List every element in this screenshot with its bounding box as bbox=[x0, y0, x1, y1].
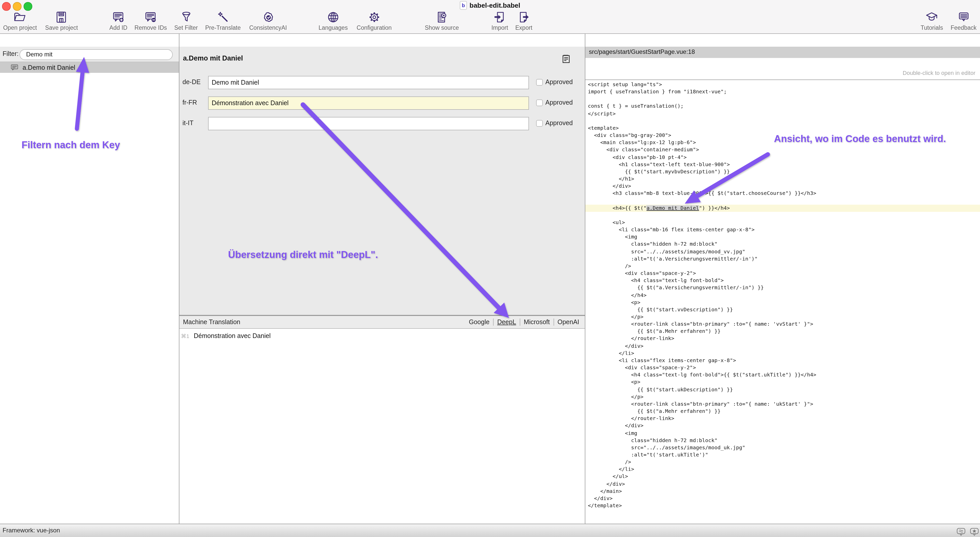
code-line: <li class="mb-16 flex items-center gap-x… bbox=[585, 226, 980, 233]
import-arrow-icon bbox=[493, 10, 507, 24]
provider-tab-deepl[interactable]: DeepL bbox=[497, 316, 516, 328]
toolbar-label: Open project bbox=[3, 25, 37, 31]
entry-title: a.Demo mit Daniel bbox=[183, 54, 243, 62]
mt-suggestion-row[interactable]: ⌘1 Démonstration avec Daniel bbox=[180, 331, 585, 341]
code-line: </main> bbox=[585, 488, 980, 495]
code-line: </template> bbox=[585, 502, 980, 509]
toolbar-label: Pre-Translate bbox=[205, 25, 241, 31]
code-line: {{ $t("start.myvbvDescription") }} bbox=[585, 168, 980, 175]
close-window-button[interactable] bbox=[2, 2, 11, 11]
add-id-button[interactable]: Add ID bbox=[110, 10, 127, 31]
code-line: <router-link class="btn-primary" :to="{ … bbox=[585, 320, 980, 328]
code-line: <p> bbox=[585, 299, 980, 306]
tutorials-button[interactable]: Tutorials bbox=[921, 10, 943, 31]
annotation-deepl-note: Übersetzung direkt mit "DeepL". bbox=[228, 249, 378, 261]
open-in-editor-hint: Double-click to open in editor bbox=[903, 70, 975, 76]
code-line: class="hidden h-72 md:block" bbox=[585, 437, 980, 444]
approved-checkbox-it[interactable] bbox=[536, 120, 543, 127]
toolbar-label: Remove IDs bbox=[135, 25, 167, 31]
provider-tab-microsoft[interactable]: Microsoft bbox=[524, 316, 550, 328]
bubble-plus-icon bbox=[111, 10, 125, 24]
show-source-button[interactable]: Show source bbox=[425, 10, 459, 31]
code-line: <h4 class="text-lg font-bold">{{ $t("sta… bbox=[585, 371, 980, 379]
consistency-ai-button[interactable]: ConsistencyAI bbox=[249, 10, 287, 31]
code-line: </li> bbox=[585, 466, 980, 473]
approved-checkbox-fr[interactable] bbox=[536, 99, 543, 106]
sync-status-bubble-icon[interactable] bbox=[956, 528, 966, 537]
code-line: </router-link> bbox=[585, 415, 980, 422]
code-line: <img bbox=[585, 234, 980, 241]
code-line: const { t } = useTranslation(); bbox=[585, 103, 980, 110]
toolbar-label: Export bbox=[515, 25, 533, 31]
mt-suggestion-text: Démonstration avec Daniel bbox=[194, 331, 270, 341]
open-project-button[interactable]: Open project bbox=[3, 10, 37, 31]
remove-ids-button[interactable]: Remove IDs bbox=[135, 10, 167, 31]
code-line: <h4>{{ $t("a.Demo mit Daniel") }}</h4> bbox=[585, 204, 980, 212]
graduation-cap-icon bbox=[925, 10, 939, 24]
languages-button[interactable]: Languages bbox=[318, 10, 348, 31]
translation-input-fr[interactable] bbox=[208, 96, 529, 110]
comment-note-icon[interactable] bbox=[562, 54, 571, 66]
translation-id-list-item[interactable]: a.Demo mit Daniel bbox=[0, 62, 179, 73]
status-bar: Framework: vue-json bbox=[0, 524, 980, 537]
code-line bbox=[585, 118, 980, 124]
approved-checkbox-de[interactable] bbox=[536, 79, 543, 86]
code-line: <p> bbox=[585, 379, 980, 386]
annotation-filter-note: Filtern nach dem Key bbox=[22, 140, 120, 151]
code-line: :alt="t('a.Versicherungsvermittler/-in')… bbox=[585, 255, 980, 263]
code-line: <h3 class="mb-8 text-blue-900">{{ $t("st… bbox=[585, 190, 980, 197]
code-line: {{ $t("a.Versicherungsvermittler/-in") }… bbox=[585, 284, 980, 292]
window-title: babel-edit.babel bbox=[469, 2, 520, 9]
provider-tab-openai[interactable]: OpenAI bbox=[557, 316, 579, 328]
toolbar-label: Show source bbox=[425, 25, 459, 31]
code-line: </div> bbox=[585, 422, 980, 430]
funnel-icon bbox=[179, 10, 193, 24]
toolbar-label: Tutorials bbox=[921, 25, 943, 31]
code-line: </div> bbox=[585, 343, 980, 349]
feedback-button[interactable]: Feedback bbox=[951, 10, 977, 31]
annotation-code-note: Ansicht, wo im Code es benutzt wird. bbox=[774, 133, 946, 145]
toolbar-label: ConsistencyAI bbox=[249, 25, 287, 31]
code-line: <div class="pb-10 pt-4"> bbox=[585, 154, 980, 161]
provider-tab-google[interactable]: Google bbox=[469, 316, 490, 328]
code-line: </router-link> bbox=[585, 335, 980, 343]
divider bbox=[520, 319, 520, 326]
code-line: </p> bbox=[585, 393, 980, 400]
toolbar-label: Import bbox=[491, 25, 508, 31]
zoom-window-button[interactable] bbox=[24, 2, 32, 11]
brain-check-icon bbox=[261, 10, 275, 24]
code-line: {{ $t("start.ukDescription") }} bbox=[585, 386, 980, 393]
code-line: {{ $t("a.Mehr erfahren") }} bbox=[585, 328, 980, 335]
set-filter-button[interactable]: Set Filter bbox=[174, 10, 198, 31]
toolbar-label: Add ID bbox=[110, 25, 127, 31]
code-line: <h1 class="text-left text-blue-900"> bbox=[585, 161, 980, 168]
toolbar-label: Set Filter bbox=[174, 25, 198, 31]
source-references-panel: src/pages/start/GuestStartPage.vue:18 Do… bbox=[585, 34, 980, 524]
source-reference-item[interactable]: src/pages/start/GuestStartPage.vue:18 bbox=[585, 47, 980, 58]
import-button[interactable]: Import bbox=[491, 10, 508, 31]
translation-input-de[interactable] bbox=[208, 76, 529, 89]
document-icon-letter: b bbox=[462, 3, 465, 8]
translations-panel: a.Demo mit Daniel de-DE Approved fr-FR A… bbox=[180, 34, 585, 524]
pre-translate-button[interactable]: Pre-Translate bbox=[205, 10, 241, 31]
save-project-button[interactable]: Save project bbox=[45, 10, 78, 31]
mt-shortcut-badge: ⌘1 bbox=[181, 331, 189, 341]
code-line: {{ $t("start.vvDescription") }} bbox=[585, 306, 980, 313]
toolbar: b babel-edit.babel Open project Save pro… bbox=[0, 0, 980, 34]
code-line: <img bbox=[585, 430, 980, 437]
approved-label: Approved bbox=[546, 78, 573, 86]
toolbar-label: Configuration bbox=[357, 25, 392, 31]
export-button[interactable]: Export bbox=[515, 10, 533, 31]
configuration-button[interactable]: Configuration bbox=[357, 10, 392, 31]
code-line: </ul> bbox=[585, 473, 980, 480]
code-line: <div class="space-y-2"> bbox=[585, 270, 980, 277]
rate-star-bubble-icon[interactable] bbox=[970, 528, 979, 537]
comment-bubble-icon bbox=[11, 64, 19, 71]
filter-input[interactable] bbox=[19, 49, 173, 60]
code-line: <h4 class="text-lg font-bold"> bbox=[585, 277, 980, 284]
export-arrow-icon bbox=[517, 10, 531, 24]
source-reference-path: src/pages/start/GuestStartPage.vue:18 bbox=[589, 48, 695, 56]
minimize-window-button[interactable] bbox=[13, 2, 21, 11]
source-code-view: <script setup lang="ts">import { useTran… bbox=[585, 81, 980, 509]
translation-input-it[interactable] bbox=[208, 117, 529, 130]
